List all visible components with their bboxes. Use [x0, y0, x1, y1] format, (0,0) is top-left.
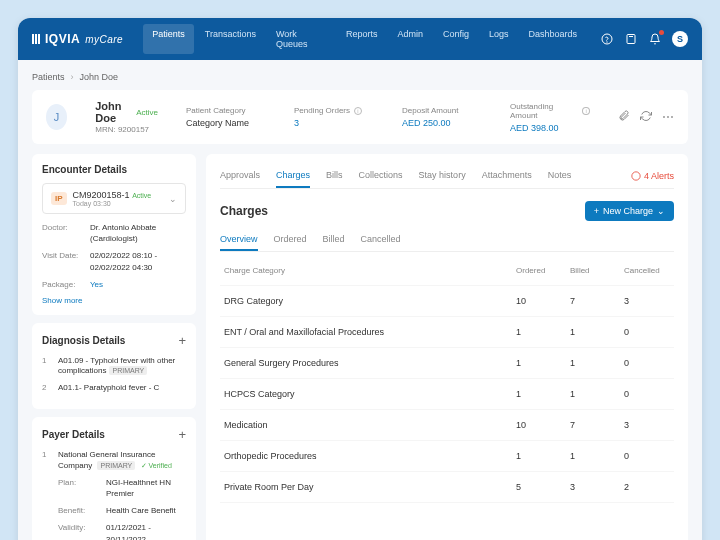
chevron-down-icon: ⌄ — [657, 206, 665, 216]
kv-row: Package:Yes — [42, 279, 186, 290]
sidebar: Encounter Details IP CM9200158-1 Active … — [32, 154, 196, 540]
tab-approvals[interactable]: Approvals — [220, 164, 260, 188]
kv-row: Validity:01/12/2021 - 30/11/2022 — [58, 522, 186, 540]
encounter-id: CM9200158-1 — [73, 190, 130, 200]
table-row[interactable]: ENT / Oral and Maxillofacial Procedures1… — [220, 317, 674, 348]
payer-name-row: 1 National General Insurance Company PRI… — [42, 450, 186, 471]
topnav-right: S — [600, 31, 688, 47]
subtab-overview[interactable]: Overview — [220, 229, 258, 251]
svg-rect-2 — [627, 35, 635, 44]
deposit-link[interactable]: AED 250.00 — [402, 118, 482, 128]
panel-title: Diagnosis Details + — [42, 333, 186, 348]
payer-panel: Payer Details + 1 National General Insur… — [32, 417, 196, 540]
encounter-time: Today 03:30 — [73, 200, 152, 207]
plus-icon[interactable]: + — [178, 427, 186, 442]
tab-bills[interactable]: Bills — [326, 164, 343, 188]
chevron-right-icon: › — [71, 72, 74, 82]
diagnosis-panel: Diagnosis Details + 1A01.09 - Typhoid fe… — [32, 323, 196, 409]
top-nav: IQVIA myCare PatientsTransactionsWork Qu… — [18, 18, 702, 60]
diagnosis-row: 2A01.1- Paratyphoid fever - C — [42, 383, 186, 393]
charges-table: Charge CategoryOrderedBilledCancelled DR… — [220, 256, 674, 503]
more-icon[interactable]: ⋯ — [662, 110, 674, 125]
status-badge: Active — [136, 108, 158, 117]
encounter-selector[interactable]: IP CM9200158-1 Active Today 03:30 ⌄ — [42, 183, 186, 214]
pending-orders-link[interactable]: 3 — [294, 118, 374, 128]
info-icon: i — [354, 107, 362, 115]
alerts-link[interactable]: 4 Alerts — [631, 171, 674, 181]
brand-sub: myCare — [85, 34, 123, 45]
avatar[interactable]: S — [672, 31, 688, 47]
diagnosis-row: 1A01.09 - Typhoid fever with other compl… — [42, 356, 186, 377]
columns: Encounter Details IP CM9200158-1 Active … — [32, 154, 688, 540]
patient-name: John Doe — [95, 100, 131, 124]
nav-item-transactions[interactable]: Transactions — [196, 24, 265, 54]
breadcrumb-current: John Doe — [80, 72, 119, 82]
main-panel: ApprovalsChargesBillsCollectionsStay his… — [206, 154, 688, 540]
breadcrumb-root[interactable]: Patients — [32, 72, 65, 82]
panel-title: Encounter Details — [42, 164, 186, 175]
col-header: Ordered — [512, 256, 566, 286]
refresh-icon[interactable] — [640, 110, 652, 125]
kv-row: Visit Date:02/02/2022 08:10 - 02/02/2022… — [42, 250, 186, 272]
nav-item-admin[interactable]: Admin — [388, 24, 432, 54]
primary-tag: PRIMARY — [109, 366, 147, 375]
help-icon[interactable] — [600, 32, 614, 46]
table-row[interactable]: DRG Category1073 — [220, 286, 674, 317]
subtabs: OverviewOrderedBilledCancelled — [220, 229, 674, 252]
nav-item-dashboards[interactable]: Dashboards — [519, 24, 586, 54]
plus-icon: + — [594, 206, 599, 216]
patient-category: Patient Category Category Name — [186, 106, 266, 128]
outstanding-amount: Outstanding Amounti AED 398.00 — [510, 102, 590, 133]
tab-stay-history[interactable]: Stay history — [419, 164, 466, 188]
table-row[interactable]: HCPCS Category110 — [220, 379, 674, 410]
kv-row: Plan:NGI-Healthnet HN Premier — [58, 477, 186, 499]
tab-notes[interactable]: Notes — [548, 164, 572, 188]
nav-item-work-queues[interactable]: Work Queues — [267, 24, 335, 54]
table-row[interactable]: General Surgery Procedures110 — [220, 348, 674, 379]
patient-card: J John Doe Active MRN: 9200157 Patient C… — [32, 90, 688, 144]
tab-attachments[interactable]: Attachments — [482, 164, 532, 188]
col-header: Charge Category — [220, 256, 512, 286]
new-charge-button[interactable]: + New Charge ⌄ — [585, 201, 674, 221]
outstanding-link[interactable]: AED 398.00 — [510, 123, 590, 133]
nav-item-patients[interactable]: Patients — [143, 24, 194, 54]
show-more-link[interactable]: Show more — [42, 296, 186, 305]
svg-point-7 — [632, 172, 640, 180]
plus-icon[interactable]: + — [178, 333, 186, 348]
tab-collections[interactable]: Collections — [359, 164, 403, 188]
primary-tag: PRIMARY — [97, 461, 135, 470]
subtab-ordered[interactable]: Ordered — [274, 229, 307, 251]
panel-title: Payer Details + — [42, 427, 186, 442]
info-icon: i — [582, 107, 590, 115]
nav-item-reports[interactable]: Reports — [337, 24, 387, 54]
bell-icon[interactable] — [648, 32, 662, 46]
deposit-amount: Deposit Amount AED 250.00 — [402, 106, 482, 128]
page-title: Charges — [220, 204, 268, 218]
charges-header: Charges + New Charge ⌄ — [220, 189, 674, 229]
kv-row: Doctor:Dr. Antonio Abbate (Cardiologist) — [42, 222, 186, 244]
tab-charges[interactable]: Charges — [276, 164, 310, 188]
subtab-billed[interactable]: Billed — [323, 229, 345, 251]
encounter-status: Active — [132, 192, 151, 199]
table-row[interactable]: Private Room Per Day532 — [220, 472, 674, 503]
brand-name: IQVIA — [45, 32, 80, 46]
table-row[interactable]: Medication1073 — [220, 410, 674, 441]
nav-item-config[interactable]: Config — [434, 24, 478, 54]
kv-row: Benefit:Health Care Benefit — [58, 505, 186, 516]
subtab-cancelled[interactable]: Cancelled — [361, 229, 401, 251]
patient-avatar: J — [46, 104, 67, 130]
nav-item-logs[interactable]: Logs — [480, 24, 518, 54]
tabs: ApprovalsChargesBillsCollectionsStay his… — [220, 154, 674, 189]
app-window: IQVIA myCare PatientsTransactionsWork Qu… — [18, 18, 702, 540]
breadcrumb: Patients › John Doe — [32, 68, 688, 90]
verified-badge: ✓ Verified — [141, 462, 172, 469]
pending-orders: Pending Ordersi 3 — [294, 106, 374, 128]
svg-point-1 — [607, 42, 608, 43]
attachment-icon[interactable] — [618, 110, 630, 125]
encounter-panel: Encounter Details IP CM9200158-1 Active … — [32, 154, 196, 315]
col-header: Cancelled — [620, 256, 674, 286]
calculator-icon[interactable] — [624, 32, 638, 46]
patient-mrn: MRN: 9200157 — [95, 125, 158, 134]
logo: IQVIA myCare — [32, 32, 123, 46]
table-row[interactable]: Orthopedic Procedures110 — [220, 441, 674, 472]
